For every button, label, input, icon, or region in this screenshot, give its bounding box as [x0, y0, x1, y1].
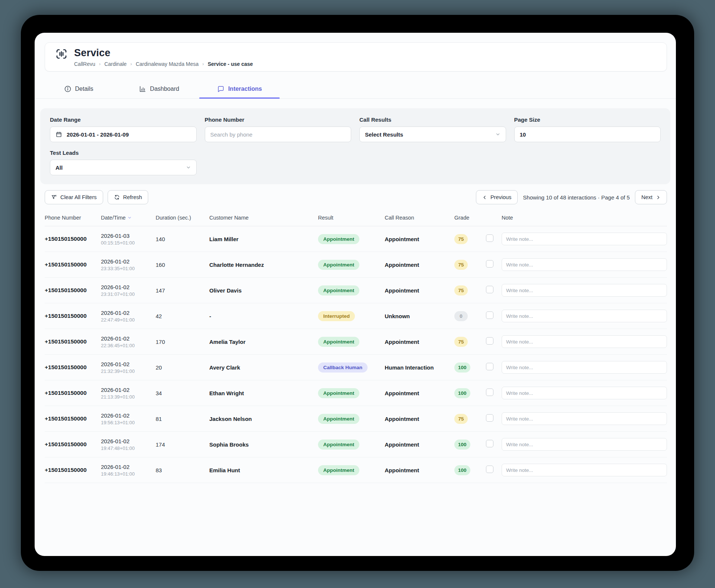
row-time: 22:47:49+01:00	[101, 317, 156, 323]
row-duration: 160	[156, 262, 209, 268]
row-customer-name: Sophia Brooks	[209, 441, 318, 448]
next-page-button[interactable]: Next	[635, 190, 667, 204]
note-checkbox[interactable]	[486, 363, 493, 370]
row-phone-number: +150150150000	[45, 313, 101, 319]
breadcrumb-item[interactable]: Cardinaleway Mazda Mesa	[136, 61, 198, 67]
filter-date-range: Date Range 2026-01-01 - 2026-01-09	[50, 116, 197, 142]
breadcrumb-item[interactable]: CallRevu	[74, 61, 95, 67]
call-results-select[interactable]: Select Results	[359, 127, 506, 142]
note-checkbox[interactable]	[486, 260, 493, 268]
note-checkbox[interactable]	[486, 311, 493, 319]
grade-badge: 75	[454, 234, 468, 244]
note-input[interactable]	[502, 412, 667, 425]
page-size-input[interactable]: 10	[514, 127, 661, 142]
table-row: +150150150000 2026-01-02 23:33:35+01:00 …	[45, 252, 667, 278]
table-row: +150150150000 2026-01-02 19:46:13+01:00 …	[45, 457, 667, 483]
tab-dashboard[interactable]: Dashboard	[119, 80, 199, 98]
refresh-icon	[114, 194, 120, 200]
note-checkbox[interactable]	[486, 466, 493, 473]
grade-badge: 75	[454, 260, 468, 270]
note-checkbox[interactable]	[486, 414, 493, 422]
column-header: Call Reason	[385, 215, 454, 221]
row-datetime: 2026-01-02 22:47:49+01:00	[101, 310, 156, 323]
tab-label: Interactions	[228, 86, 262, 92]
tab-label: Details	[75, 86, 93, 92]
row-customer-name: Avery Clark	[209, 364, 318, 371]
tab-interactions[interactable]: Interactions	[199, 80, 280, 98]
breadcrumb-separator-icon: ›	[202, 61, 204, 67]
table-body: +150150150000 2026-01-03 00:15:15+01:00 …	[45, 226, 667, 483]
test-leads-label: Test Leads	[50, 150, 197, 156]
interactions-table: Phone NumberDate/TimeDuration (sec.)Cust…	[45, 215, 667, 483]
row-duration: 81	[156, 416, 209, 422]
clear-all-filters-button[interactable]: Clear All Filters	[45, 190, 103, 204]
row-date: 2026-01-02	[101, 258, 156, 265]
note-input[interactable]	[502, 335, 667, 348]
breadcrumb-separator-icon: ›	[130, 61, 132, 67]
row-date: 2026-01-03	[101, 233, 156, 239]
chevron-right-icon	[656, 195, 661, 200]
previous-page-button[interactable]: Previous	[476, 190, 518, 204]
note-checkbox[interactable]	[486, 286, 493, 293]
grade-badge: 100	[454, 465, 470, 475]
page-title: Service	[74, 47, 253, 59]
note-checkbox[interactable]	[486, 440, 493, 447]
column-header: Result	[318, 215, 385, 221]
row-date: 2026-01-02	[101, 412, 156, 419]
page-size-label: Page Size	[514, 116, 661, 123]
row-call-reason: Appointment	[385, 287, 454, 294]
column-header: Customer Name	[209, 215, 318, 221]
column-header: Phone Number	[45, 215, 101, 221]
tab-details[interactable]: Details	[38, 80, 119, 98]
note-input[interactable]	[502, 233, 667, 245]
row-datetime: 2026-01-02 19:56:13+01:00	[101, 412, 156, 425]
date-range-input[interactable]: 2026-01-01 - 2026-01-09	[50, 127, 197, 142]
app-window: Service CallRevu › Cardinale › Cardinale…	[35, 33, 676, 556]
table-row: +150150150000 2026-01-02 22:36:45+01:00 …	[45, 329, 667, 355]
row-phone-number: +150150150000	[45, 467, 101, 473]
row-datetime: 2026-01-02 19:47:48+01:00	[101, 438, 156, 451]
row-duration: 83	[156, 467, 209, 473]
table-row: +150150150000 2026-01-03 00:15:15+01:00 …	[45, 226, 667, 252]
tab-label: Dashboard	[150, 86, 179, 92]
note-input[interactable]	[502, 464, 667, 476]
row-date: 2026-01-02	[101, 438, 156, 444]
result-badge: Callback Human	[318, 362, 368, 373]
test-leads-value: All	[55, 164, 63, 171]
row-phone-number: +150150150000	[45, 415, 101, 422]
refresh-button[interactable]: Refresh	[108, 190, 149, 204]
row-date: 2026-01-02	[101, 335, 156, 342]
note-input[interactable]	[502, 284, 667, 297]
toolbar: Clear All Filters Refresh Previous Showi…	[45, 190, 667, 204]
note-input[interactable]	[502, 258, 667, 271]
phone-search-input[interactable]: Search by phone	[205, 127, 352, 142]
breadcrumb-separator-icon: ›	[99, 61, 101, 67]
note-checkbox[interactable]	[486, 389, 493, 396]
row-phone-number: +150150150000	[45, 236, 101, 242]
grade-badge: 100	[454, 388, 470, 398]
row-datetime: 2026-01-02 21:13:39+01:00	[101, 387, 156, 400]
table-row: +150150150000 2026-01-02 21:13:39+01:00 …	[45, 380, 667, 406]
note-checkbox[interactable]	[486, 337, 493, 345]
test-leads-select[interactable]: All	[50, 160, 197, 175]
table-row: +150150150000 2026-01-02 23:31:07+01:00 …	[45, 278, 667, 303]
note-input[interactable]	[502, 310, 667, 322]
column-header[interactable]: Date/Time	[101, 215, 156, 221]
date-range-label: Date Range	[50, 116, 197, 123]
row-datetime: 2026-01-02 23:31:07+01:00	[101, 284, 156, 297]
row-time: 22:36:45+01:00	[101, 343, 156, 348]
result-badge: Interrupted	[318, 311, 355, 321]
note-input[interactable]	[502, 438, 667, 451]
note-input[interactable]	[502, 387, 667, 399]
row-time: 19:56:13+01:00	[101, 420, 156, 425]
table-header-row: Phone NumberDate/TimeDuration (sec.)Cust…	[45, 215, 667, 226]
row-customer-name: Charlotte Hernandez	[209, 262, 318, 268]
note-input[interactable]	[502, 361, 667, 374]
note-checkbox[interactable]	[486, 234, 493, 242]
bar-chart-icon	[139, 85, 146, 93]
table-row: +150150150000 2026-01-02 19:56:13+01:00 …	[45, 406, 667, 432]
breadcrumb-item[interactable]: Cardinale	[104, 61, 127, 67]
grade-badge: 100	[454, 362, 470, 373]
breadcrumb-item-current: Service - use case	[208, 61, 253, 67]
result-badge: Appointment	[318, 260, 359, 270]
